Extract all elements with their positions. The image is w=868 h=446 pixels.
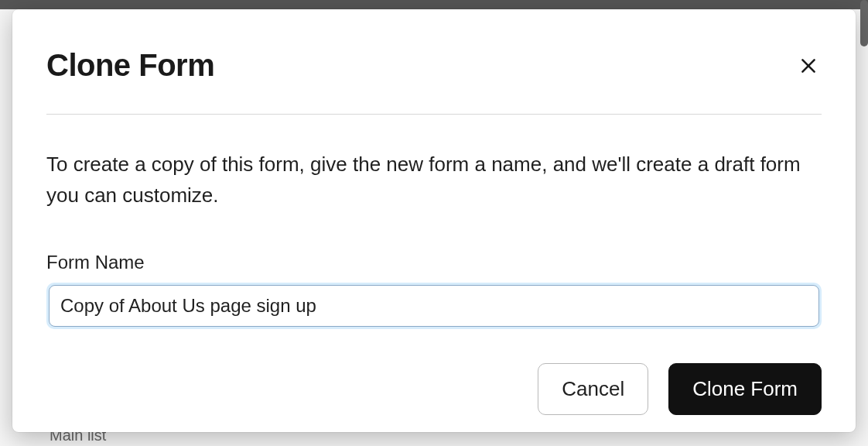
modal-description: To create a copy of this form, give the … — [46, 149, 822, 211]
form-name-input-focus-ring — [46, 283, 822, 329]
modal-header: Clone Form — [46, 48, 822, 115]
form-name-input[interactable] — [49, 285, 819, 327]
scrollbar-thumb[interactable] — [860, 0, 868, 46]
clone-form-button[interactable]: Clone Form — [668, 363, 822, 415]
modal-footer: Cancel Clone Form — [46, 363, 822, 415]
clone-form-modal: Clone Form To create a copy of this form… — [12, 9, 856, 432]
cancel-button[interactable]: Cancel — [538, 363, 648, 415]
modal-body: To create a copy of this form, give the … — [46, 115, 822, 329]
form-name-label: Form Name — [46, 252, 822, 273]
close-button[interactable] — [795, 53, 822, 79]
close-icon — [798, 56, 818, 76]
modal-title: Clone Form — [46, 48, 214, 83]
background-toolbar — [0, 0, 868, 9]
